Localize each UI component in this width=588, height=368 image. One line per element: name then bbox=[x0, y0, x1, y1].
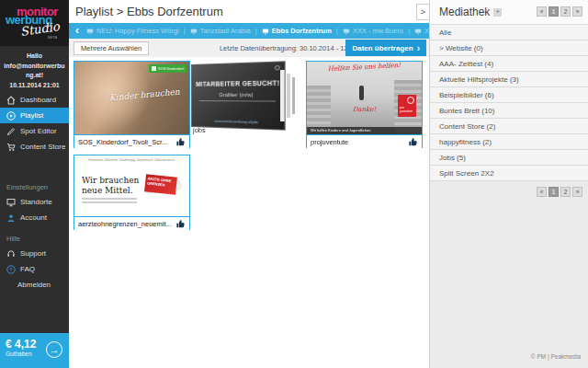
mediathek-panel: > Mediathek + « 1 2 » Alle > Website (0)… bbox=[429, 0, 588, 368]
monitor-icon bbox=[343, 28, 350, 35]
tile-caption: aerzteohnegrenzen_neuemit... bbox=[74, 216, 189, 230]
screen-tabbar: ‹ NEU: Happy Fitness Wörgl | Tanzstadl A… bbox=[69, 23, 429, 39]
sidebar-item-playlist[interactable]: Playlist bbox=[0, 108, 69, 123]
page-2-button[interactable]: 2 bbox=[560, 187, 571, 197]
home-icon bbox=[6, 96, 16, 105]
tab-happy-fitness[interactable]: NEU: Happy Fitness Wörgl bbox=[82, 27, 184, 35]
projuventute-thumbnail: Helfen Sie uns helfen! Danke! pro juvent… bbox=[307, 62, 422, 134]
tab-xxx-mw[interactable]: XXX - mw bbox=[410, 27, 429, 35]
projuventute-logo-icon bbox=[407, 97, 414, 104]
category-content-store[interactable]: Content Store (2) bbox=[430, 119, 588, 134]
sidebar-item-faq[interactable]: ? FAQ bbox=[0, 261, 69, 277]
category-label: AAA- Zeittest (4) bbox=[439, 60, 493, 68]
arrow-right-circle-icon[interactable]: → bbox=[46, 341, 62, 358]
jobs-overlay-subtitle: Grafiker (m/w) bbox=[192, 92, 285, 98]
multi-select-button[interactable]: Mehrere Auswählen bbox=[74, 41, 149, 55]
sidebar-item-label: Playlist bbox=[20, 111, 43, 120]
balance-widget[interactable]: € 4,12 Guthaben → bbox=[0, 333, 69, 368]
sidebar-item-dashboard[interactable]: Dashboard bbox=[0, 92, 69, 108]
chevron-right-icon: › bbox=[417, 43, 420, 53]
tab-label: Ebbs Dorfzentrum bbox=[272, 27, 332, 35]
sidebar-item-standorte[interactable]: Standorte bbox=[0, 194, 69, 210]
mediathek-header: > Mediathek + « 1 2 » bbox=[430, 0, 588, 25]
tab-ebbs-dorfzentrum[interactable]: Ebbs Dorfzentrum bbox=[257, 27, 336, 35]
playlist-item-jobs[interactable]: MITARBEITER GESUCHT! Grafiker (m/w) www.… bbox=[191, 63, 301, 142]
monitor-icon bbox=[262, 28, 269, 35]
page-2-button[interactable]: 2 bbox=[560, 6, 571, 17]
sos-overlay-text: Kinder brauchen bbox=[109, 88, 180, 104]
transfer-data-button[interactable]: Daten übertragen › bbox=[345, 40, 426, 56]
playlist-item-name: SOS_Kinderdorf_Tivoli_Scr... bbox=[78, 138, 175, 146]
aerzte-box-graphic: ÄRZTE OHNE GRENZEN bbox=[144, 174, 177, 194]
tabbar-scroll-left-icon[interactable]: ‹ bbox=[73, 24, 82, 38]
page-1-button[interactable]: 1 bbox=[548, 187, 559, 197]
user-greeting: Hallo bbox=[3, 52, 66, 62]
page-1-button[interactable]: 1 bbox=[548, 6, 559, 17]
tab-label: NEU: Happy Fitness Wörgl bbox=[96, 27, 179, 35]
page-next-button[interactable]: » bbox=[572, 187, 582, 197]
category-label: Alle bbox=[439, 29, 451, 37]
playlist-item-name: jobs bbox=[193, 126, 206, 134]
playlist-item-projuventute[interactable]: Helfen Sie uns helfen! Danke! pro juvent… bbox=[306, 61, 423, 148]
category-aktuelle-hilfsprojekte[interactable]: Aktuelle Hilfsprojekte (3) bbox=[430, 72, 588, 87]
category-jobs[interactable]: Jobs (5) bbox=[430, 150, 588, 166]
transfer-data-label: Daten übertragen bbox=[352, 44, 413, 52]
main-nav: Dashboard Playlist Spot Editor Content S… bbox=[0, 92, 69, 155]
category-label: Jobs (5) bbox=[439, 154, 466, 162]
help-section-title: Hilfe bbox=[0, 233, 69, 246]
category-buntes-brett[interactable]: Buntes Brett (10) bbox=[430, 103, 588, 119]
page-prev-button[interactable]: « bbox=[537, 6, 547, 17]
playlist-item-sos[interactable]: SOS Kinderdorf Kinder brauchen SOS_Kinde… bbox=[74, 61, 190, 148]
help-section: Hilfe Support ? FAQ Abmelden bbox=[0, 233, 69, 293]
sos-badge-label: SOS Kinderdorf bbox=[158, 66, 184, 71]
page-title: Playlist > Ebbs Dorfzentrum bbox=[75, 5, 223, 18]
playlist-toolbar: Mehrere Auswählen Letzte Datenübertragun… bbox=[69, 39, 429, 57]
stack-sheet bbox=[292, 77, 295, 114]
sidebar-item-label: Spot Editor bbox=[20, 127, 57, 135]
brand-beta: BETA bbox=[48, 35, 57, 40]
sidebar-item-label: Standorte bbox=[20, 198, 52, 206]
stack-sheet bbox=[280, 70, 285, 121]
sidebar-item-abmelden[interactable]: Abmelden bbox=[0, 277, 69, 293]
settings-section-title: Einstellungen bbox=[0, 181, 69, 194]
category-split-screen[interactable]: Split Screen 2X2 bbox=[430, 166, 588, 181]
page-next-button[interactable]: » bbox=[572, 6, 582, 17]
projuventute-overlay-strip: Wir helfen Kindern und Jugendlichen bbox=[307, 127, 422, 134]
svg-text:?: ? bbox=[9, 267, 13, 272]
brand-logo[interactable]: monitor werbung Studio BETA bbox=[0, 0, 69, 46]
projuventute-overlay-title: Helfen Sie uns helfen! bbox=[307, 62, 422, 75]
category-beispielbilder[interactable]: Beispielbilder (6) bbox=[430, 87, 588, 103]
tab-xxx-mw-buero[interactable]: XXX - mw.Buero bbox=[338, 27, 408, 35]
add-category-button[interactable]: + bbox=[493, 8, 502, 17]
panel-collapse-button[interactable]: > bbox=[416, 4, 430, 20]
playlist-item-name: aerzteohnegrenzen_neuemit... bbox=[78, 220, 175, 228]
playlist-item-aerzte[interactable]: Humanitäre Soforthilfe. Unabhängig. Unpa… bbox=[74, 155, 190, 230]
mediathek-pagination-top: « 1 2 » bbox=[537, 6, 582, 17]
question-icon: ? bbox=[6, 265, 16, 274]
thumbs-up-icon[interactable] bbox=[175, 219, 186, 229]
page-prev-button[interactable]: « bbox=[537, 187, 547, 197]
thumbs-up-icon[interactable] bbox=[175, 137, 186, 147]
sidebar-item-content-store[interactable]: Content Store bbox=[0, 139, 69, 155]
category-aaa-zeittest[interactable]: AAA- Zeittest (4) bbox=[430, 56, 588, 72]
thumbs-up-icon[interactable] bbox=[408, 137, 418, 147]
category-happyfitness[interactable]: happyfitness (2) bbox=[430, 134, 588, 150]
stack-sheet bbox=[287, 74, 290, 118]
monitor-icon bbox=[86, 28, 94, 35]
projuventute-logo: pro juventute bbox=[398, 95, 416, 117]
category-label: Split Screen 2X2 bbox=[439, 169, 494, 178]
category-website[interactable]: > Website (0) bbox=[430, 40, 588, 56]
monitor-icon bbox=[414, 28, 422, 35]
sos-logo-icon bbox=[152, 66, 156, 71]
sidebar-item-label: Dashboard bbox=[20, 96, 56, 104]
sidebar-item-support[interactable]: Support bbox=[0, 246, 69, 261]
sidebar-item-spot-editor[interactable]: Spot Editor bbox=[0, 123, 69, 139]
jobs-thumbnail: MITARBEITER GESUCHT! Grafiker (m/w) www.… bbox=[191, 61, 286, 131]
sidebar-item-account[interactable]: Account bbox=[0, 210, 69, 225]
main-header: Playlist > Ebbs Dorfzentrum bbox=[69, 0, 429, 23]
tab-tanzstadl-arabia[interactable]: Tanzstadl Arabia bbox=[186, 27, 255, 35]
category-alle[interactable]: Alle bbox=[430, 25, 588, 40]
sidebar-item-label: Account bbox=[20, 213, 47, 222]
left-sidebar: monitor werbung Studio BETA Hallo info@m… bbox=[0, 0, 69, 368]
aerzte-overlay-title: Wir brauchen neue Mittel. bbox=[82, 176, 146, 196]
